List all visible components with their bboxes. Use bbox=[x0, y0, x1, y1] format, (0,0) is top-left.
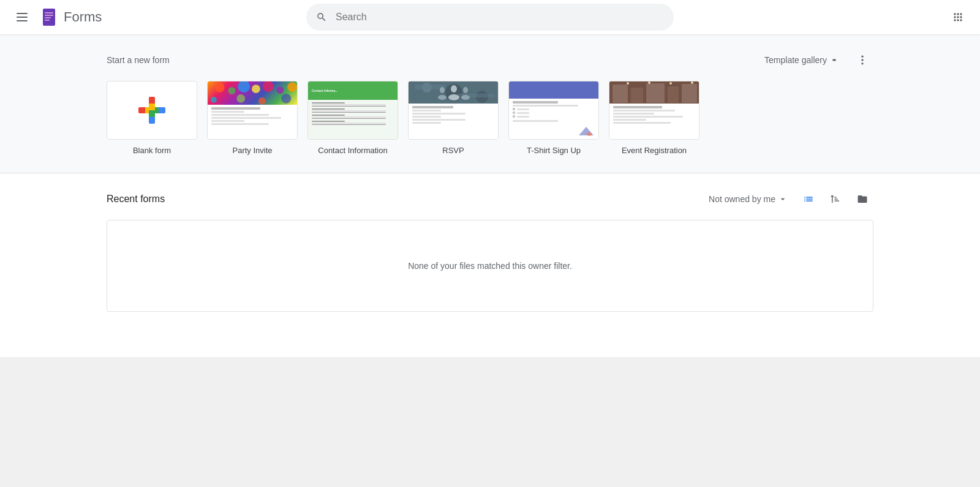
template-thumb-tshirt-signup bbox=[508, 81, 599, 140]
more-options-button[interactable] bbox=[851, 49, 873, 71]
svg-rect-38 bbox=[612, 85, 628, 103]
contact-field-phone bbox=[312, 115, 394, 119]
template-label-blank: Blank form bbox=[133, 146, 171, 155]
event-line-1 bbox=[613, 110, 675, 111]
contact-fields bbox=[308, 100, 398, 127]
contact-field-address bbox=[312, 121, 394, 125]
contact-label-email bbox=[312, 108, 345, 110]
blank-card-inner bbox=[107, 81, 197, 139]
recent-forms-section: Recent forms Not owned by me bbox=[0, 173, 980, 357]
contact-label-name bbox=[312, 102, 345, 104]
tshirt-line-title bbox=[513, 101, 558, 104]
template-thumb-contact-info: Contact Informa... bbox=[307, 81, 398, 140]
event-line-3 bbox=[613, 116, 683, 118]
empty-state-message: None of your files matched this owner fi… bbox=[408, 261, 572, 271]
tshirt-radio-dot-2 bbox=[513, 111, 515, 114]
svg-point-28 bbox=[451, 85, 457, 92]
tshirt-thumb-inner bbox=[509, 81, 598, 139]
template-cards-container: Blank form bbox=[107, 81, 873, 158]
svg-point-9 bbox=[861, 59, 863, 61]
svg-point-16 bbox=[276, 86, 284, 94]
owner-filter-button[interactable]: Not owned by me bbox=[704, 191, 793, 208]
svg-point-17 bbox=[287, 82, 297, 92]
template-thumb-blank bbox=[107, 81, 197, 140]
tshirt-radio-dot-1 bbox=[513, 108, 515, 110]
rsvp-line-md bbox=[412, 113, 466, 115]
template-gallery-button[interactable]: Template gallery bbox=[757, 51, 846, 69]
template-card-rsvp[interactable]: RSVP bbox=[408, 81, 499, 156]
tshirt-decoration bbox=[578, 126, 595, 137]
tshirt-radio-dot-3 bbox=[513, 115, 515, 118]
hamburger-menu-button[interactable] bbox=[10, 5, 34, 29]
tshirt-radio-2 bbox=[513, 111, 595, 114]
contact-thumb-inner: Contact Informa... bbox=[308, 81, 398, 139]
template-card-contact-info[interactable]: Contact Informa... bbox=[307, 81, 398, 156]
party-line-title bbox=[211, 107, 260, 110]
tshirt-radio-label-1 bbox=[517, 108, 529, 110]
event-thumb-inner bbox=[609, 81, 699, 139]
template-label-event-registration: Event Registration bbox=[622, 146, 687, 155]
tshirt-line-1 bbox=[513, 105, 578, 107]
template-label-party-invite: Party Invite bbox=[232, 146, 272, 155]
template-label-tshirt-signup: T-Shirt Sign Up bbox=[527, 146, 581, 155]
svg-point-35 bbox=[587, 132, 592, 136]
rsvp-banner-image bbox=[409, 81, 498, 104]
plus-icon bbox=[138, 97, 165, 124]
party-form-lines bbox=[208, 105, 297, 127]
svg-rect-40 bbox=[646, 83, 665, 103]
app-icon bbox=[39, 7, 59, 27]
svg-point-18 bbox=[211, 97, 217, 103]
svg-rect-4 bbox=[45, 12, 53, 13]
event-line-2 bbox=[613, 113, 654, 115]
template-thumb-party-invite bbox=[207, 81, 298, 140]
svg-point-11 bbox=[215, 83, 225, 92]
tshirt-line-2 bbox=[513, 120, 558, 122]
svg-point-43 bbox=[627, 82, 629, 85]
sort-button[interactable] bbox=[824, 188, 846, 210]
svg-point-10 bbox=[861, 62, 863, 64]
event-line-5 bbox=[613, 122, 671, 124]
rsvp-line-sm bbox=[412, 110, 441, 111]
party-line-sm bbox=[211, 111, 244, 113]
folder-button[interactable] bbox=[851, 188, 873, 210]
contact-field-name bbox=[312, 102, 394, 107]
event-form-lines bbox=[609, 104, 699, 126]
tshirt-radio-label-3 bbox=[517, 116, 529, 118]
recent-inner: Recent forms Not owned by me bbox=[92, 188, 888, 312]
tshirt-radio-label-2 bbox=[517, 112, 529, 114]
template-card-event-registration[interactable]: Event Registration bbox=[609, 81, 699, 156]
list-view-button[interactable] bbox=[797, 188, 820, 210]
google-apps-icon[interactable] bbox=[946, 5, 970, 29]
template-thumb-rsvp bbox=[408, 81, 499, 140]
new-form-header: Start a new form Template gallery bbox=[107, 49, 873, 71]
search-input[interactable] bbox=[306, 4, 674, 31]
template-gallery-label: Template gallery bbox=[764, 55, 827, 65]
party-thumb-inner bbox=[208, 81, 297, 139]
tshirt-radio-1 bbox=[513, 108, 595, 110]
rsvp-line-title bbox=[412, 106, 453, 108]
contact-label-address bbox=[312, 121, 345, 122]
svg-rect-39 bbox=[631, 88, 643, 103]
svg-point-30 bbox=[440, 87, 445, 93]
contact-input-phone bbox=[312, 116, 386, 119]
svg-rect-0 bbox=[17, 13, 28, 14]
svg-point-44 bbox=[648, 81, 650, 84]
template-card-blank[interactable]: Blank form bbox=[107, 81, 197, 156]
svg-point-12 bbox=[228, 87, 236, 94]
contact-label-phone bbox=[312, 115, 345, 116]
svg-rect-6 bbox=[45, 17, 51, 18]
svg-point-20 bbox=[258, 97, 266, 105]
contact-input-name bbox=[312, 104, 386, 107]
svg-rect-7 bbox=[45, 20, 50, 21]
template-card-tshirt-signup[interactable]: T-Shirt Sign Up bbox=[508, 81, 599, 156]
party-line-lg bbox=[211, 117, 281, 119]
svg-point-46 bbox=[691, 81, 693, 84]
owner-filter-label: Not owned by me bbox=[709, 194, 775, 204]
contact-header-text: Contact Informa... bbox=[312, 89, 338, 92]
event-line-title bbox=[613, 106, 662, 108]
rsvp-thumb-inner bbox=[409, 81, 498, 139]
tshirt-header-bar bbox=[509, 81, 598, 99]
template-label-rsvp: RSVP bbox=[442, 146, 464, 155]
svg-point-13 bbox=[238, 81, 250, 92]
template-card-party-invite[interactable]: Party Invite bbox=[207, 81, 298, 156]
